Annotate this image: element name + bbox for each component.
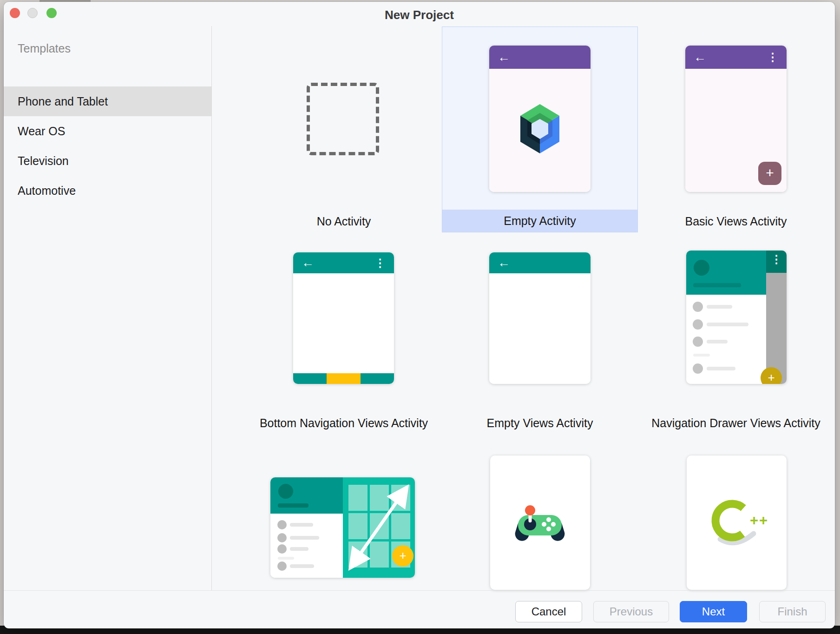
template-game-activity[interactable] [490,456,590,590]
list-item-icon [277,520,287,529]
jetpack-compose-logo-icon [517,103,563,154]
list-item-bar [290,547,308,551]
drawer-header [686,251,766,295]
template-bottom-navigation[interactable]: ← ⋮ [293,252,394,384]
finish-button[interactable]: Finish [759,601,826,622]
phone-preview-empty-activity: ← [489,46,591,192]
preview-appbar: ← ⋮ [685,46,787,69]
drawer-title-bar [278,503,308,508]
next-button[interactable]: Next [680,601,747,622]
avatar [694,260,709,276]
preview-content-behind-drawer: ⋮ [766,251,787,384]
back-arrow-icon: ← [694,51,706,64]
avatar [278,484,293,499]
preview-appbar: ← ⋮ [293,252,394,273]
back-arrow-icon: ← [498,51,510,64]
bottom-nav-bar [293,373,394,384]
list-item-bar [707,323,748,326]
fab-plus-icon: + [392,545,413,567]
list-item-icon [693,337,703,347]
drawer-title-bar [693,283,741,287]
list-item-bar [290,536,319,540]
list-item-bar [707,367,735,370]
list-item-icon [693,319,703,330]
cpp-logo-icon: ++ [706,496,767,552]
list-item-icon [693,363,703,374]
list-item-bar [290,564,314,568]
template-navigation-drawer[interactable]: ⋮ + [686,251,787,384]
preview-appbar: ← [489,46,591,69]
game-controller-icon [514,505,565,547]
drawer-header [270,477,343,514]
template-basic-views-activity[interactable]: ← ⋮ + [685,46,787,192]
sidebar-item-wear-os[interactable]: Wear OS [4,116,211,146]
previous-button[interactable]: Previous [593,601,669,622]
preview-body [293,273,394,384]
list-item-icon [693,302,703,312]
detail-grid-pane: + [343,477,415,578]
page-title: New Project [4,8,835,22]
template-label-basic-views[interactable]: Basic Views Activity [638,210,834,232]
list-divider [278,557,294,560]
sidebar-item-television[interactable]: Television [4,146,211,176]
template-label-no-activity[interactable]: No Activity [246,210,442,232]
template-label-nav-drawer[interactable]: Navigation Drawer Views Activity [638,413,834,433]
titlebar: New Project [4,2,835,26]
template-no-activity[interactable] [307,83,379,155]
footer-separator [4,590,835,591]
back-arrow-icon: ← [302,257,314,269]
template-label-empty-activity: Empty Activity [442,210,637,232]
overflow-menu-icon: ⋮ [767,52,778,63]
list-divider [693,354,710,357]
template-primary-detail[interactable]: + [270,477,415,578]
new-project-dialog: New Project Templates Phone and Tablet W… [4,2,835,628]
list-item-bar [707,305,732,309]
preview-appbar: ⋮ [766,251,787,273]
back-arrow-icon: ← [498,257,510,269]
fab-plus-icon: + [758,162,781,185]
overflow-menu-icon: ⋮ [771,253,782,265]
list-item-icon [277,561,287,571]
list-item-bar [707,340,728,343]
template-label-bottom-nav[interactable]: Bottom Navigation Views Activity [246,413,442,433]
preview-appbar: ← [489,252,591,273]
list-item-bar [290,523,313,527]
sidebar-item-phone-and-tablet[interactable]: Phone and Tablet [4,86,211,116]
list-item-icon [277,533,287,542]
template-label-empty-views[interactable]: Empty Views Activity [442,413,638,433]
sidebar-item-automotive[interactable]: Automotive [4,176,211,205]
drawer-panel [686,251,766,384]
sidebar-divider [211,26,212,590]
preview-body [489,273,591,384]
template-empty-views-activity[interactable]: ← [489,252,591,384]
cpp-plus-plus-label: ++ [750,512,768,529]
overflow-menu-icon: ⋮ [374,258,386,269]
list-item-icon [277,544,287,554]
primary-list-pane [270,477,343,578]
templates-header: Templates [18,42,71,55]
cancel-button[interactable]: Cancel [515,601,582,622]
template-native-cpp[interactable]: ++ [687,456,787,590]
